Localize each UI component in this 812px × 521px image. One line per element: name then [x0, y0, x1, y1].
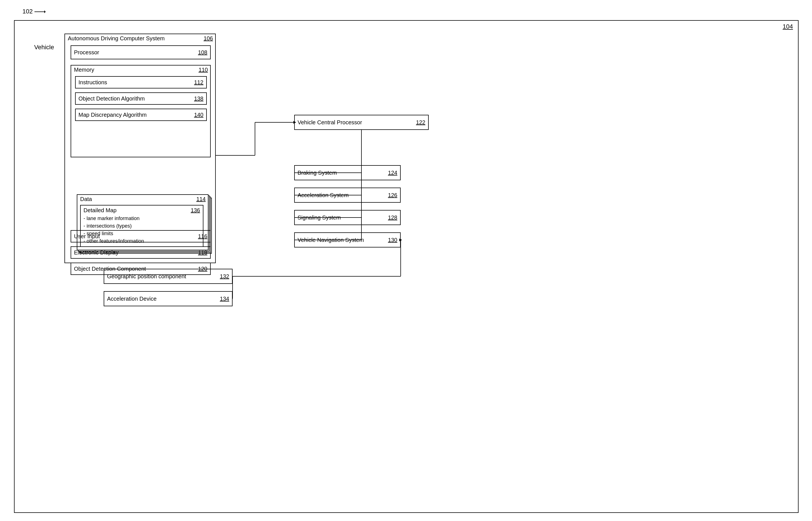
braking-ref: 124 — [388, 169, 397, 176]
braking-box: Braking System 124 — [294, 165, 401, 180]
oda-label: Object Detection Algorithm — [79, 95, 145, 102]
acceleration-ref: 126 — [388, 192, 397, 199]
top-ref-number: 102 — [22, 8, 33, 15]
signaling-label: Signaling System — [298, 214, 341, 221]
memory-box: Memory 110 Instructions 112 Object Detec… — [71, 65, 211, 157]
braking-label: Braking System — [298, 169, 337, 176]
detailed-map-title: Detailed Map 136 — [84, 207, 200, 213]
memory-label: Memory — [74, 67, 94, 73]
detailed-map-label: Detailed Map — [84, 207, 116, 213]
oda-ref: 138 — [194, 95, 204, 102]
instructions-box: Instructions 112 — [75, 76, 207, 88]
vehicle-label: Vehicle — [34, 44, 54, 51]
map-line-2: - intersections (types) — [84, 222, 200, 230]
processor-ref: 108 — [198, 49, 207, 56]
vns-label: Vehicle Navigation System — [298, 237, 364, 243]
top-ref-label: 102 — [22, 8, 46, 15]
adcs-box: Autonomous Driving Computer System 106 P… — [64, 33, 216, 263]
vcp-ref: 122 — [416, 119, 425, 126]
acceleration-box: Acceleration System 126 — [294, 187, 401, 203]
geo-box: Geographic position component 132 — [104, 269, 233, 284]
oda-box: Object Detection Algorithm 138 — [75, 92, 207, 105]
instructions-ref: 112 — [194, 79, 204, 86]
data-label: Data — [80, 196, 92, 202]
detailed-map-ref: 136 — [191, 207, 200, 213]
electronic-display-ref: 118 — [198, 249, 207, 256]
processor-box: Processor 108 — [71, 45, 211, 59]
instructions-label: Instructions — [79, 79, 107, 86]
accel-dev-ref: 134 — [220, 296, 229, 302]
acceleration-label: Acceleration System — [298, 192, 348, 199]
signaling-box: Signaling System 128 — [294, 210, 401, 225]
vns-ref: 130 — [388, 237, 397, 243]
user-input-label: User Input — [74, 233, 100, 240]
electronic-display-label: Electronic Display — [74, 249, 119, 256]
svg-marker-1 — [44, 10, 46, 13]
user-input-ref: 116 — [198, 233, 207, 240]
processor-label: Processor — [74, 49, 99, 56]
user-input-box: User Input 116 — [71, 230, 211, 243]
outer-ref: 104 — [783, 23, 793, 30]
vcp-box: Vehicle Central Processor 122 — [294, 115, 429, 130]
geo-label: Geographic position component — [107, 273, 186, 280]
vcp-label: Vehicle Central Processor — [298, 119, 362, 126]
map-line-1: - lane marker information — [84, 215, 200, 222]
electronic-display-box: Electronic Display 118 — [71, 246, 211, 259]
accel-dev-label: Acceleration Device — [107, 296, 157, 302]
memory-ref: 110 — [199, 67, 208, 73]
outer-ref-number: 104 — [783, 23, 793, 30]
accel-dev-box: Acceleration Device 134 — [104, 291, 233, 306]
adcs-ref: 106 — [204, 35, 213, 42]
vns-box: Vehicle Navigation System 130 — [294, 232, 401, 248]
mda-label: Map Discrepancy Algorithm — [79, 112, 147, 118]
data-ref: 114 — [196, 196, 206, 202]
mda-box: Map Discrepancy Algorithm 140 — [75, 109, 207, 121]
geo-ref: 132 — [220, 273, 229, 280]
adcs-label: Autonomous Driving Computer System — [68, 35, 165, 42]
mda-ref: 140 — [194, 112, 204, 118]
signaling-ref: 128 — [388, 214, 397, 221]
